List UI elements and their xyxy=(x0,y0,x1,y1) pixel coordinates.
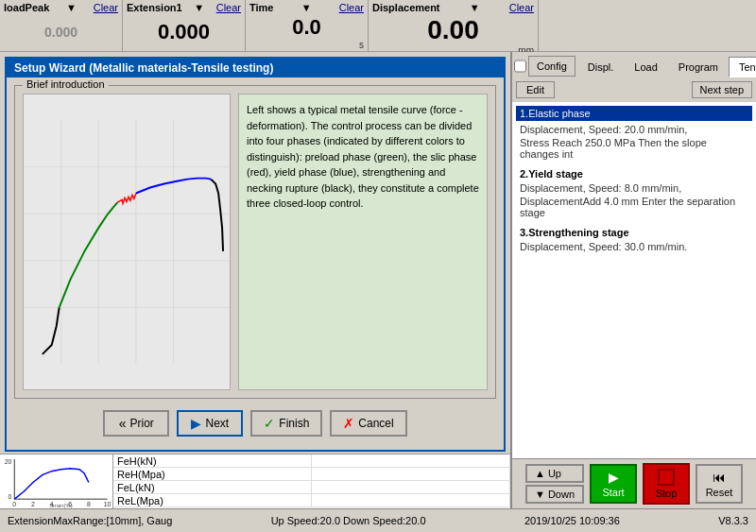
down-button[interactable]: ▼ Down xyxy=(525,485,584,504)
wizard-dialog: Setup Wizard (Metallic materials-Tensile… xyxy=(5,57,506,452)
extension1-clear-btn[interactable]: Clear xyxy=(216,2,241,13)
displacement-field: Displacement ▼ Clear 0.00 mm xyxy=(369,0,539,51)
tab-load[interactable]: Load xyxy=(624,57,667,77)
up-label: Up xyxy=(548,468,561,479)
table-row: ReL(Mpa) xyxy=(113,494,510,507)
dropdown-arrow-2: ▼ xyxy=(301,2,312,13)
down-label: Down xyxy=(548,489,575,500)
start-icon: ▶ xyxy=(609,470,619,485)
loadpeak-field: loadPeak ▼ Clear 0.000 xyxy=(0,0,123,51)
main-content: Setup Wizard (Metallic materials-Tensile… xyxy=(0,52,756,508)
tabs-row: Displ. Load Program Tension xyxy=(577,57,756,77)
description-text: Left shows a typical metal tensile curve… xyxy=(238,94,488,390)
up-button[interactable]: ▲ Up xyxy=(525,464,584,483)
loadpeak-clear-btn[interactable]: Clear xyxy=(94,2,118,13)
status-center: Up Speed:20.0 Down Speed:20.0 xyxy=(271,515,426,526)
displacement-number: 0.00 xyxy=(427,15,479,45)
strengthening-detail-1: Displacement, Speed: 30.0 mm/min. xyxy=(516,240,752,253)
time-value: 0.0 xyxy=(249,15,364,40)
next-icon: ▶ xyxy=(191,416,201,431)
time-unit: s xyxy=(249,40,364,50)
tensile-chart xyxy=(23,94,231,390)
start-label: Start xyxy=(602,487,624,498)
config-button[interactable]: Config xyxy=(528,56,576,77)
up-arrow-icon: ▲ xyxy=(535,468,545,479)
bottom-table: FeH(kN) ReH(Mpa) FeL(kN) xyxy=(113,455,510,508)
prior-button[interactable]: « Prior xyxy=(103,410,169,437)
status-datetime: 2019/10/25 10:09:36 xyxy=(524,515,620,526)
loadpeak-header: loadPeak ▼ Clear xyxy=(4,2,118,15)
reset-button[interactable]: ⏮ Reset xyxy=(696,464,743,504)
brief-intro-content: Left shows a typical metal tensile curve… xyxy=(15,86,495,398)
top-bar: loadPeak ▼ Clear 0.000 Extension1 ▼ Clea… xyxy=(0,0,756,52)
cancel-icon: ✗ xyxy=(343,416,354,431)
table-cell-reh-val xyxy=(312,468,510,480)
svg-text:Strain(%): Strain(%) xyxy=(49,503,73,508)
cancel-label: Cancel xyxy=(358,417,393,430)
displacement-header: Displacement ▼ Clear xyxy=(372,2,534,15)
bottom-chart: 20 0 0 2 4 6 8 10 Strain(%) xyxy=(0,454,510,508)
dropdown-arrow-1: ▼ xyxy=(194,2,204,13)
finish-icon: ✓ xyxy=(264,416,275,431)
loadpeak-value: 0.000 xyxy=(4,15,118,49)
time-field: Time ▼ Clear 0.0 s xyxy=(246,0,369,51)
stop-icon xyxy=(658,469,675,486)
tab-program[interactable]: Program xyxy=(668,57,729,77)
yield-stage-title: 2.Yield stage xyxy=(516,166,752,181)
loadpeak-label: loadPeak xyxy=(4,2,49,13)
extension1-value: 0.000 xyxy=(127,15,241,49)
displacement-value: 0.00 xyxy=(372,15,534,45)
elastic-phase-header: 1.Elastic phase xyxy=(516,106,752,121)
table-cell-fel-val xyxy=(312,481,510,493)
svg-text:2: 2 xyxy=(31,501,35,507)
svg-rect-0 xyxy=(24,120,230,364)
finish-button[interactable]: ✓ Finish xyxy=(250,410,322,437)
time-number: 0.0 xyxy=(292,15,321,40)
table-cell-rel-val xyxy=(312,494,510,506)
table-cell-fel: FeL(kN) xyxy=(113,481,312,493)
strengthening-stage-title: 3.Strengthening stage xyxy=(516,225,752,240)
svg-text:0: 0 xyxy=(8,493,11,500)
yield-detail-2: DisplacementAdd 4.0 mm Enter the separat… xyxy=(516,195,752,219)
time-header: Time ▼ Clear xyxy=(249,2,364,15)
tab-tension[interactable]: Tension xyxy=(729,57,756,77)
cell-label-3: ReL(Mpa) xyxy=(117,495,163,506)
time-label: Time xyxy=(249,2,273,13)
elastic-detail-2: Stress Reach 250.0 MPa Then the slope ch… xyxy=(516,136,752,161)
tab-displ[interactable]: Displ. xyxy=(577,57,625,77)
next-step-button[interactable]: Next step xyxy=(692,81,752,98)
start-button[interactable]: ▶ Start xyxy=(590,464,637,504)
mini-chart: 20 0 0 2 4 6 8 10 Strain(%) xyxy=(0,455,113,508)
time-clear-btn[interactable]: Clear xyxy=(339,2,364,13)
stop-label: Stop xyxy=(656,488,678,499)
extension1-label: Extension1 xyxy=(127,2,182,13)
down-arrow-icon: ▼ xyxy=(535,489,545,500)
table-cell-feh: FeH(kN) xyxy=(113,455,312,467)
edit-button[interactable]: Edit xyxy=(516,81,555,98)
cell-label-0: FeH(kN) xyxy=(117,455,157,467)
cancel-button[interactable]: ✗ Cancel xyxy=(330,410,406,437)
table-row: ReH(Mpa) xyxy=(113,468,510,481)
prior-label: Prior xyxy=(130,417,154,430)
reset-label: Reset xyxy=(706,487,733,498)
next-button[interactable]: ▶ Next xyxy=(177,410,243,437)
wizard-description: Left shows a typical metal tensile curve… xyxy=(247,104,479,209)
displacement-clear-btn[interactable]: Clear xyxy=(509,2,534,13)
status-bar: ExtensionMaxRange:[10mm], Gaug Up Speed:… xyxy=(0,508,756,532)
cell-label-2: FeL(kN) xyxy=(117,482,155,493)
svg-text:8: 8 xyxy=(87,501,91,507)
config-checkbox[interactable] xyxy=(514,60,526,73)
left-panel: Setup Wizard (Metallic materials-Tensile… xyxy=(0,52,510,508)
right-panel: Config Displ. Load Program Tension Edit … xyxy=(510,52,756,508)
stop-button[interactable]: Stop xyxy=(643,463,690,505)
wizard-title: Setup Wizard (Metallic materials-Tensile… xyxy=(7,59,504,77)
table-cell-feh-val xyxy=(312,455,510,467)
table-cell-rel: ReL(Mpa) xyxy=(113,494,312,506)
extension1-header: Extension1 ▼ Clear xyxy=(127,2,241,15)
wizard-body: Brief introduction xyxy=(7,77,504,448)
svg-text:20: 20 xyxy=(5,458,12,465)
table-cell-reh: ReH(Mpa) xyxy=(113,468,312,480)
tension-content: 1.Elastic phase Displacement, Speed: 20.… xyxy=(512,102,756,458)
edit-row: Edit Next step xyxy=(512,78,756,102)
extension1-field: Extension1 ▼ Clear 0.000 xyxy=(123,0,246,51)
